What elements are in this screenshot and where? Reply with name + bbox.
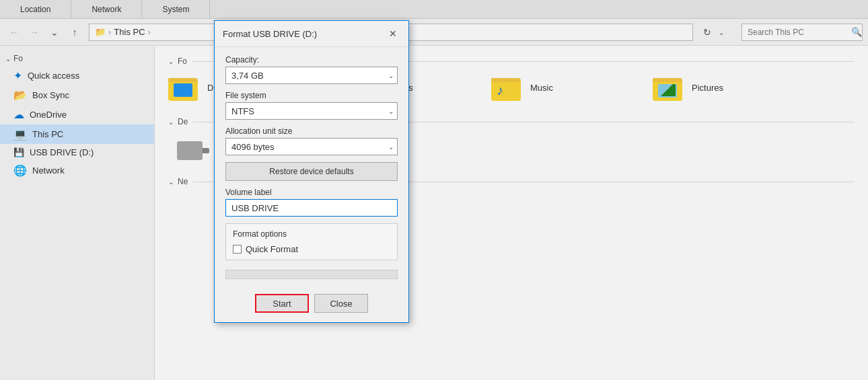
allocation-label: Allocation unit size [225, 126, 398, 136]
dialog-close-button[interactable]: ✕ [386, 26, 400, 41]
quick-format-row: Quick Format [233, 244, 390, 254]
progress-bar [225, 270, 398, 279]
dialog-body: Capacity: 3,74 GB ⌄ File system NTFS [215, 47, 408, 287]
file-system-label: File system [225, 91, 398, 100]
start-button[interactable]: Start [255, 294, 309, 313]
format-options-section: Format options Quick Format [225, 223, 398, 260]
capacity-select[interactable]: 3,74 GB [225, 67, 398, 84]
dialog-overlay: Format USB DRIVE (D:) ✕ Capacity: 3,74 G… [0, 0, 868, 380]
capacity-label: Capacity: [225, 55, 398, 65]
file-system-section: File system NTFS FAT32 exFAT ⌄ [225, 91, 398, 120]
explorer-window: Location Network System ← → ⌄ ↑ 📁 › This… [0, 0, 868, 380]
allocation-select[interactable]: 4096 bytes 8192 bytes 16 kilobytes [225, 138, 398, 155]
allocation-section: Allocation unit size 4096 bytes 8192 byt… [225, 126, 398, 155]
capacity-section: Capacity: 3,74 GB ⌄ [225, 55, 398, 84]
format-dialog: Format USB DRIVE (D:) ✕ Capacity: 3,74 G… [214, 20, 409, 323]
close-dialog-button[interactable]: Close [314, 294, 368, 313]
dialog-title-bar: Format USB DRIVE (D:) ✕ [215, 21, 408, 47]
volume-label-label: Volume label [225, 188, 398, 197]
volume-label-input[interactable] [225, 199, 398, 217]
format-options-title: Format options [233, 229, 390, 239]
dialog-title: Format USB DRIVE (D:) [223, 29, 317, 39]
file-system-select-wrapper: NTFS FAT32 exFAT ⌄ [225, 102, 398, 120]
file-system-select[interactable]: NTFS FAT32 exFAT [225, 102, 398, 120]
quick-format-checkbox[interactable] [233, 245, 242, 254]
dialog-footer: Start Close [215, 287, 408, 322]
quick-format-label: Quick Format [246, 244, 298, 254]
volume-label-section: Volume label [225, 188, 398, 217]
allocation-select-wrapper: 4096 bytes 8192 bytes 16 kilobytes ⌄ [225, 138, 398, 155]
capacity-select-wrapper: 3,74 GB ⌄ [225, 67, 398, 84]
restore-defaults-button[interactable]: Restore device defaults [225, 162, 398, 181]
